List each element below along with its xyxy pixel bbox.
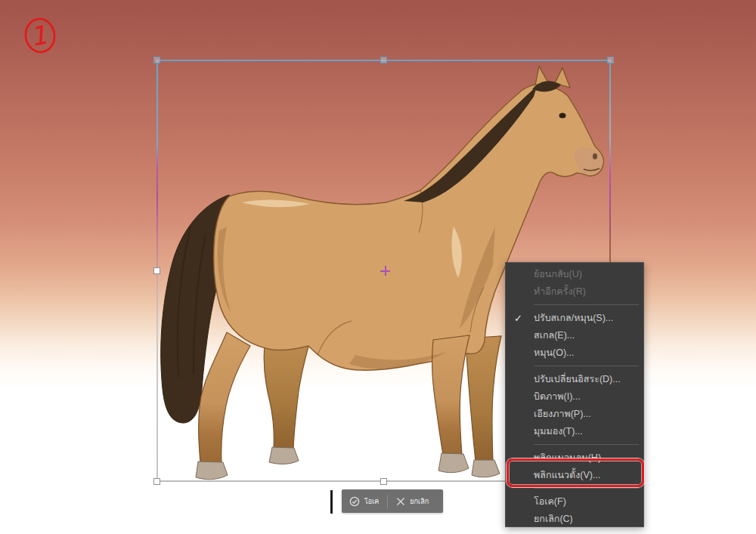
transform-pivot-icon[interactable] [380, 266, 390, 276]
x-icon [396, 497, 405, 506]
menu-separator [534, 366, 639, 367]
check-circle-icon [349, 496, 360, 507]
menu-item-label: สเกล(E)... [534, 330, 575, 341]
step-annotation: 1 [18, 11, 62, 60]
commit-bar-divider [387, 495, 388, 508]
cancel-button-label: ยกเลิก [410, 496, 429, 507]
menu-item-free-transform[interactable]: ปรับเปลี่ยนอิสระ(D)... [506, 371, 643, 388]
menu-item-label: บิดภาพ(I)... [534, 391, 581, 402]
menu-item-rotate[interactable]: หมุน(O)... [506, 344, 643, 362]
handle-bottom-center[interactable] [380, 478, 387, 485]
menu-item-label: โอเค(F) [534, 496, 566, 507]
menu-item-label: ยกเลิก(C) [534, 514, 573, 524]
menu-separator [534, 488, 639, 489]
menu-item-skew[interactable]: เอียงภาพ(P)... [506, 406, 643, 423]
menu-item-distort[interactable]: บิดภาพ(I)... [506, 388, 643, 406]
canvas-cursor-bar [330, 490, 333, 514]
handle-top-center[interactable] [380, 57, 387, 63]
menu-item-label: เอียงภาพ(P)... [534, 409, 591, 419]
check-icon: ✓ [514, 310, 522, 327]
menu-item-label: ย้อนกลับ(U) [534, 269, 582, 279]
menu-separator [534, 444, 639, 446]
menu-item-label: ทำอีกครั้ง(R) [534, 286, 586, 297]
menu-item-label: หมุน(O)... [534, 347, 575, 358]
menu-item-scale[interactable]: สเกล(E)... [506, 327, 643, 344]
transform-context-menu: ย้อนกลับ(U)ทำอีกครั้ง(R)✓ปรับสเกล/หมุน(S… [505, 262, 644, 527]
menu-item-label: ปรับเปลี่ยนอิสระ(D)... [534, 374, 621, 384]
menu-item-perspective[interactable]: มุมมอง(T)... [506, 423, 643, 440]
menu-separator [534, 304, 639, 306]
ok-button[interactable]: โอเค [346, 496, 382, 507]
menu-item-redo: ทำอีกครั้ง(R) [506, 283, 643, 301]
menu-item-label: ปรับสเกล/หมุน(S)... [534, 313, 613, 323]
transform-commit-bar: โอเค ยกเลิก [342, 489, 443, 513]
handle-top-right[interactable] [607, 57, 614, 63]
handle-bottom-left[interactable] [153, 478, 160, 485]
menu-item-undo: ย้อนกลับ(U) [506, 266, 643, 283]
menu-item-cancel[interactable]: ยกเลิก(C) [506, 511, 643, 528]
highlight-box [507, 458, 644, 487]
menu-item-ok[interactable]: โอเค(F) [506, 493, 643, 511]
handle-middle-left[interactable] [153, 267, 160, 274]
cancel-button[interactable]: ยกเลิก [393, 496, 432, 507]
menu-item-scale-rotate[interactable]: ✓ปรับสเกล/หมุน(S)... [506, 310, 643, 327]
ok-button-label: โอเค [364, 496, 379, 507]
menu-item-label: มุมมอง(T)... [534, 426, 583, 437]
handle-top-left[interactable] [153, 57, 160, 63]
